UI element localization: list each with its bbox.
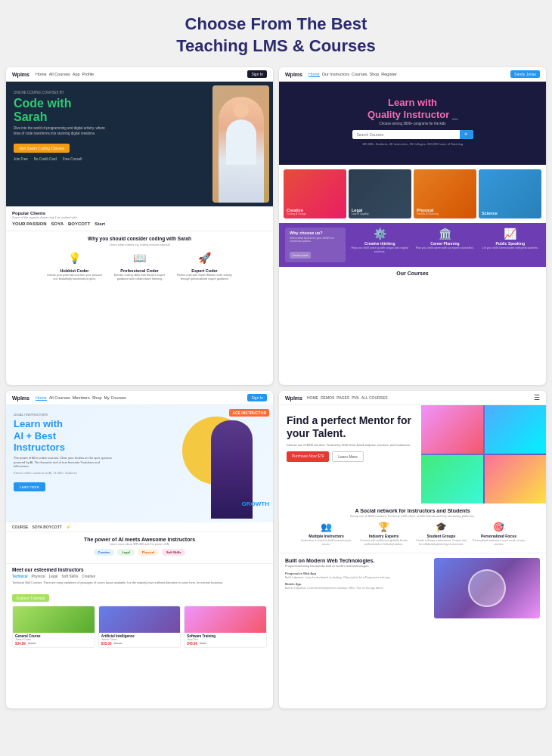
tech-pwa-desc: Build a dynamic, it can be developed on … (285, 576, 430, 580)
pill-soft-skills[interactable]: Soft Skills (162, 549, 185, 556)
card2-nav-shop[interactable]: Shop (369, 72, 379, 77)
card1-why-title: Why you should consider coding with Sara… (12, 236, 267, 241)
pill-physical[interactable]: Physical (138, 549, 159, 556)
card2-nav-courses[interactable]: Courses (352, 72, 367, 77)
card4-built-left: Built on Modern Web Technologies. Progra… (285, 558, 430, 592)
filter-legal[interactable]: Legal (49, 575, 58, 578)
nav-courses[interactable]: All Courses (49, 72, 70, 76)
card3-nav-home[interactable]: Home (36, 395, 47, 401)
card3-nav-shop[interactable]: Shop (92, 395, 102, 401)
feature-hobbist: 💡 Hobbist Coder Unlock your potential an… (45, 249, 105, 281)
category-legal[interactable]: Legal Law & Legality (349, 169, 411, 218)
mini-course-2[interactable]: Artificial Intelligence James Carter $35… (98, 606, 181, 648)
feat4-title: Personalized Focus (473, 534, 526, 538)
career-planning-desc: Plan your child career with our expert c… (415, 246, 474, 250)
professional-icon: 📖 (132, 249, 148, 266)
card3-inst-filter: Technical Physical Legal Soft Skills Cre… (12, 575, 267, 578)
card3-pills: Creative Legal Physical Soft Skills (12, 549, 267, 556)
card3-nav-mycourses[interactable]: My Courses (104, 395, 126, 401)
card3-signin-btn[interactable]: Sign In (247, 394, 267, 401)
card4-purchase-btn[interactable]: Purchase Now $79 (287, 451, 329, 462)
card2-feat-creative: ⚙️ Creative thinking Help your child com… (350, 228, 409, 253)
card4-nav-demos[interactable]: DEMOS (321, 395, 334, 400)
course3-image (185, 606, 266, 633)
filter-soft-skills[interactable]: Soft Skills (61, 575, 78, 578)
card2-nav-home[interactable]: Home (309, 72, 320, 77)
card1-hero-cta[interactable]: Join Sarah Coding Classes (14, 144, 70, 153)
card2-feat-career: 🏛️ Career Planning Plan your child caree… (415, 228, 474, 253)
card3-nav-courses[interactable]: All Courses (49, 395, 70, 401)
explore-btn[interactable]: Explore Tutorials (12, 594, 49, 602)
category-physical[interactable]: Physical Fitness & Running (414, 169, 476, 218)
mini-course-1[interactable]: General Course James Carter $34.99 $69.9… (12, 606, 95, 648)
card4-nav-pages[interactable]: PAGES (336, 395, 349, 400)
card2-search-button[interactable]: 🔍 (460, 130, 473, 139)
filter-technical[interactable]: Technical (12, 575, 27, 578)
pill-legal[interactable]: Legal (117, 549, 134, 556)
card4-built-title: Built on Modern Web Technologies. (285, 558, 430, 563)
nav-app[interactable]: App (73, 72, 80, 76)
category-creative[interactable]: Creative Coding & Design (284, 169, 346, 218)
hero-img-tile-3 (421, 455, 483, 503)
filter-creative[interactable]: Creative (82, 575, 95, 578)
feature-expert: 🚀 Expert Coder Refine craft with Sarah M… (175, 249, 235, 281)
card4-logo: Wplms (285, 395, 302, 401)
card4-learn-more-btn[interactable]: Learn More (332, 451, 364, 462)
card4-hero: Find a perfect Mentor for your Talent. C… (279, 405, 546, 503)
card3-hero: LEGAL / INSTRUCTORS Learn with AI + Best… (6, 405, 273, 522)
course3-price-old: $9.60 (200, 642, 206, 646)
course3-price-new: $45.99 (187, 642, 197, 646)
professional-title: Professional Coder (110, 268, 170, 273)
category-science[interactable]: Science (479, 169, 541, 218)
card3-hero-desc: The power of AI in online courses. Clear… (14, 456, 112, 469)
course1-image (13, 606, 95, 633)
filter-physical[interactable]: Physical (31, 575, 45, 578)
tech-pwa: Progressive Web App (285, 572, 430, 575)
card4-hero-desc: Choose out of 3000 mentors. Trusted by 1… (287, 443, 414, 448)
card4-social-section: A Social network for Instructors and Stu… (279, 503, 546, 553)
expert-desc: Refine craft with Sarah Master code arti… (175, 274, 235, 281)
card4-built-people-decor (434, 558, 540, 618)
card1-logo: Wplms (12, 72, 29, 77)
nav-home[interactable]: Home (36, 72, 47, 76)
card4-nav-home[interactable]: HOME (307, 395, 318, 400)
card2-hero-sub: Choose among 3600+ programs for the kids (287, 122, 538, 125)
nav-profile[interactable]: Profile (82, 72, 95, 76)
card2-search-input[interactable] (352, 130, 460, 139)
card4-hero-buttons: Purchase Now $79 Learn More (287, 451, 414, 462)
creative-thinking-title: Creative thinking (350, 241, 409, 246)
card2-nav-instructors[interactable]: Our Instructors (322, 72, 349, 77)
card3-hero-heading: Learn with AI + Best Instructors (14, 418, 119, 454)
card1-clients-sub: Some of the popular clients that I've wo… (12, 215, 267, 219)
expert-title: Expert Coder (175, 268, 235, 273)
client-logo-1: YOUR PASSION (12, 222, 47, 226)
card3-hero-cta[interactable]: Learn more (14, 482, 45, 491)
card1-why-sub: Learn what makes my coding classes speci… (12, 243, 267, 246)
career-planning-icon: 🏛️ (415, 228, 474, 240)
hobbist-icon: 💡 (67, 249, 83, 266)
card4-nav-pva[interactable]: PVA (352, 395, 359, 400)
card3-nav-members[interactable]: Members (73, 395, 90, 401)
card1-person-figure (219, 97, 264, 203)
card4-social-title: A Social network for Instructors and Stu… (285, 508, 540, 513)
card1-signin-btn[interactable]: Sign In (247, 70, 267, 78)
card2-nav-links: Home Our Instructors Courses Shop Regist… (309, 72, 507, 77)
card4-nav-links: HOME DEMOS PAGES PVA ALL COURSES (307, 395, 532, 400)
tech-mobile: Mobile App (285, 582, 430, 586)
card2-nav-register[interactable]: Register (381, 72, 396, 77)
hero-img-tile-4 (485, 455, 547, 503)
card2-learn-btn[interactable]: Learn more (290, 252, 311, 259)
card2-why-desc: Select what factors for your child from … (290, 237, 341, 243)
public-speaking-desc: Let your child communicate with great st… (481, 246, 540, 250)
pill-creative[interactable]: Creative (94, 549, 115, 556)
course3-instructor: Jane Doe (187, 638, 264, 641)
feat-multiple-instructors: 👥 Multiple Instructors Instructors to re… (300, 522, 353, 550)
card2-user-btn[interactable]: Sandy Jonas (510, 70, 540, 78)
card4-nav-allcourses[interactable]: ALL COURSES (361, 395, 388, 400)
card3-growth-label: GROWTH (242, 500, 269, 507)
mini-course-3[interactable]: Software Training Jane Doe $45.99 $9.60 (184, 606, 267, 648)
course1-price-old: $69.99 (28, 642, 36, 646)
card4-menu-icon[interactable]: ☰ (534, 394, 540, 401)
industry-experts-icon: 🏆 (358, 522, 411, 532)
card2-features: ⚙️ Creative thinking Help your child com… (350, 228, 540, 253)
